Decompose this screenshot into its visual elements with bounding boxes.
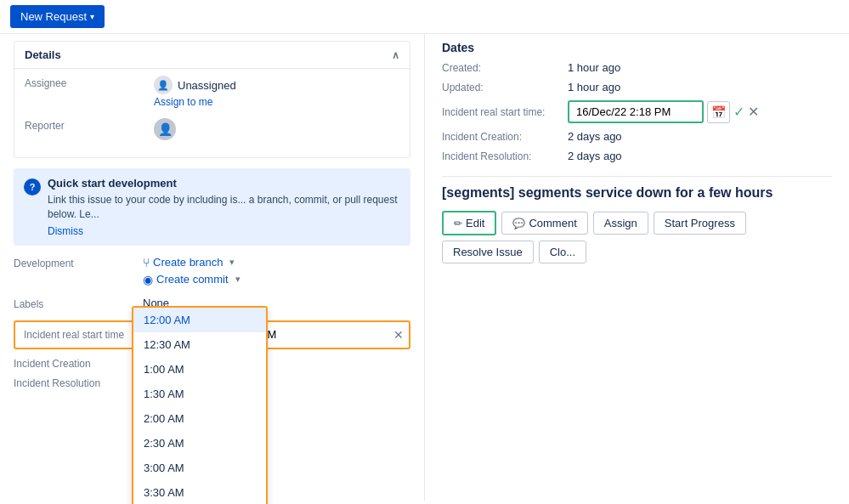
edit-button[interactable]: ✏ Edit bbox=[442, 211, 496, 235]
comment-label: Comment bbox=[529, 217, 576, 229]
reporter-value: 👤 bbox=[154, 118, 399, 140]
incident-resolution-date-row: Incident Resolution: 2 days ago bbox=[442, 150, 832, 162]
close-button[interactable]: Clo... bbox=[539, 241, 586, 263]
collapse-icon[interactable]: ∧ bbox=[392, 49, 399, 61]
details-body: Assignee 👤 Unassigned Assign to me Repor… bbox=[14, 69, 410, 157]
time-dropdown: 12:00 AM 12:30 AM 1:00 AM 1:30 AM 2:00 A… bbox=[132, 306, 268, 504]
incident-cancel-button[interactable]: ✕ bbox=[748, 104, 759, 120]
time-option-6[interactable]: 3:00 AM bbox=[133, 456, 266, 480]
quick-start-text: Link this issue to your code by includin… bbox=[48, 193, 400, 222]
action-buttons: ✏ Edit 💬 Comment Assign Start Progress R… bbox=[442, 211, 832, 263]
create-commit-label: Create commit bbox=[156, 273, 229, 286]
created-label: Created: bbox=[442, 62, 561, 74]
start-progress-button[interactable]: Start Progress bbox=[654, 212, 746, 235]
right-panel: Dates Created: 1 hour ago Updated: 1 hou… bbox=[425, 34, 849, 501]
created-row: Created: 1 hour ago bbox=[442, 61, 832, 74]
comment-icon: 💬 bbox=[512, 218, 525, 229]
incident-start-date-label: Incident real start time: bbox=[442, 106, 561, 118]
incident-creation-date-label: Incident Creation: bbox=[442, 131, 561, 143]
new-request-label: New Request bbox=[20, 10, 87, 23]
main-content: Details ∧ Assignee 👤 Unassigned Assign bbox=[0, 34, 849, 501]
development-links: ⑂ Create branch ▾ ◉ Create commit ▾ bbox=[143, 256, 410, 286]
new-request-button[interactable]: New Request ▾ bbox=[10, 5, 105, 28]
reporter-avatar-icon: 👤 bbox=[158, 122, 173, 136]
incident-clear-button[interactable]: ✕ bbox=[388, 325, 409, 345]
assignee-avatar-icon: 👤 bbox=[157, 80, 169, 91]
close-label: Clo... bbox=[550, 246, 575, 258]
updated-value: 1 hour ago bbox=[568, 81, 620, 93]
branch-arrow: ▾ bbox=[229, 257, 235, 268]
development-row: Development ⑂ Create branch ▾ ◉ Create c… bbox=[14, 256, 410, 286]
resolve-issue-button[interactable]: Resolve Issue bbox=[442, 241, 534, 263]
quick-start-box: ? Quick start development Link this issu… bbox=[14, 168, 410, 246]
incident-start-edit-container: 📅 ✓ ✕ bbox=[568, 100, 759, 123]
development-label: Development bbox=[14, 256, 133, 269]
assignee-value-container: 👤 Unassigned Assign to me bbox=[154, 76, 399, 108]
top-bar: New Request ▾ bbox=[0, 0, 849, 34]
assign-to-me-link[interactable]: Assign to me bbox=[154, 96, 399, 108]
issue-title: [segments] segments service down for a f… bbox=[442, 185, 832, 201]
start-progress-label: Start Progress bbox=[665, 217, 735, 229]
created-value: 1 hour ago bbox=[568, 61, 620, 74]
time-option-1[interactable]: 12:30 AM bbox=[133, 332, 266, 357]
assignee-user: 👤 Unassigned bbox=[154, 76, 399, 94]
assign-label: Assign bbox=[604, 217, 637, 229]
time-option-3[interactable]: 1:30 AM bbox=[133, 382, 266, 406]
assignee-avatar: 👤 bbox=[154, 76, 173, 94]
branch-icon: ⑂ bbox=[143, 256, 150, 269]
details-section: Details ∧ Assignee 👤 Unassigned Assign bbox=[14, 41, 410, 158]
details-title: Details bbox=[25, 48, 61, 61]
incident-creation-label: Incident Creation bbox=[14, 358, 133, 371]
incident-calendar-button[interactable]: 📅 bbox=[707, 101, 730, 123]
incident-start-row: Incident real start time: 📅 ✓ ✕ bbox=[442, 100, 832, 123]
resolve-issue-label: Resolve Issue bbox=[453, 246, 523, 258]
incident-creation-date-row: Incident Creation: 2 days ago bbox=[442, 130, 832, 143]
separator bbox=[442, 176, 832, 177]
assign-button[interactable]: Assign bbox=[593, 212, 648, 235]
commit-icon: ◉ bbox=[143, 273, 153, 286]
quick-start-icon: ? bbox=[24, 178, 41, 195]
time-option-0[interactable]: 12:00 AM bbox=[133, 308, 266, 332]
incident-resolution-date-label: Incident Resolution: bbox=[442, 150, 561, 162]
incident-resolution-label: Incident Resolution bbox=[14, 377, 133, 390]
left-panel: Details ∧ Assignee 👤 Unassigned Assign bbox=[0, 34, 425, 501]
dates-title: Dates bbox=[442, 41, 832, 54]
details-header: Details ∧ bbox=[14, 42, 410, 69]
commit-arrow: ▾ bbox=[235, 274, 241, 285]
comment-button[interactable]: 💬 Comment bbox=[501, 212, 587, 235]
incident-start-edit-input[interactable] bbox=[568, 100, 704, 123]
time-option-4[interactable]: 2:00 AM bbox=[133, 406, 266, 431]
create-commit-link[interactable]: ◉ Create commit ▾ bbox=[143, 273, 410, 286]
quick-start-title: Quick start development bbox=[48, 177, 400, 190]
edit-label: Edit bbox=[466, 217, 484, 229]
quick-start-content: Quick start development Link this issue … bbox=[48, 177, 400, 237]
assignee-label: Assignee bbox=[25, 76, 144, 89]
reporter-label: Reporter bbox=[25, 118, 144, 132]
assignee-row: Assignee 👤 Unassigned Assign to me bbox=[25, 76, 399, 108]
assignee-name: Unassigned bbox=[178, 79, 236, 92]
new-request-chevron: ▾ bbox=[90, 12, 94, 21]
create-branch-label: Create branch bbox=[153, 256, 223, 269]
edit-icon: ✏ bbox=[454, 218, 462, 229]
incident-start-label: Incident real start time bbox=[15, 322, 134, 348]
create-branch-link[interactable]: ⑂ Create branch ▾ bbox=[143, 256, 410, 269]
time-option-5[interactable]: 2:30 AM bbox=[133, 431, 266, 456]
incident-resolution-date-value: 2 days ago bbox=[568, 150, 622, 162]
incident-confirm-button[interactable]: ✓ bbox=[733, 104, 744, 120]
incident-creation-date-value: 2 days ago bbox=[568, 130, 622, 143]
dismiss-link[interactable]: Dismiss bbox=[48, 225, 400, 237]
labels-label: Labels bbox=[14, 297, 133, 310]
time-option-7[interactable]: 3:30 AM bbox=[133, 480, 266, 504]
updated-row: Updated: 1 hour ago bbox=[442, 81, 832, 93]
reporter-avatar: 👤 bbox=[154, 118, 176, 140]
time-option-2[interactable]: 1:00 AM bbox=[133, 357, 266, 382]
reporter-row: Reporter 👤 bbox=[25, 118, 399, 140]
dates-section: Dates Created: 1 hour ago Updated: 1 hou… bbox=[442, 41, 832, 162]
updated-label: Updated: bbox=[442, 82, 561, 93]
